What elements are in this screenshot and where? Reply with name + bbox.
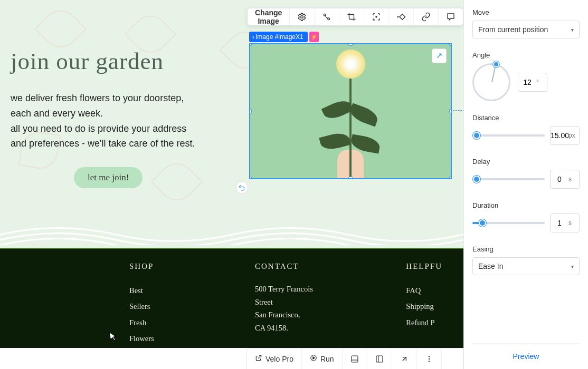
run-label: Run: [320, 355, 334, 363]
selection-label-chip[interactable]: ‹ Image #imageX1: [249, 32, 308, 42]
change-image-button[interactable]: Change Image: [248, 8, 290, 25]
hero-line: and preferences - we'll take care of the…: [11, 138, 195, 149]
selection-label[interactable]: ‹ Image #imageX1 ⚡: [249, 32, 319, 42]
hero-line: each and every week.: [11, 108, 103, 119]
footer-section: SHOP Best Sellers Fresh Flowers Dried Fl…: [0, 248, 463, 348]
duration-label: Duration: [472, 201, 580, 209]
panel-toggle-1-button[interactable]: [343, 348, 367, 369]
selection-bolt-icon[interactable]: ⚡: [309, 32, 319, 42]
delay-slider[interactable]: [472, 178, 545, 180]
delay-input[interactable]: s: [550, 170, 580, 189]
distance-input-field[interactable]: [551, 131, 568, 140]
distance-input[interactable]: px: [550, 126, 580, 145]
resize-handle-nw[interactable]: [249, 43, 252, 46]
duration-input[interactable]: s: [550, 213, 580, 232]
focal-point-icon[interactable]: [364, 8, 389, 25]
footer-col-shop: SHOP Best Sellers Fresh Flowers Dried Fl…: [129, 262, 163, 348]
footer-address-line: CA 94158.: [255, 322, 314, 335]
resize-handle-se[interactable]: [449, 177, 452, 179]
floating-toolbar: Change Image: [247, 8, 463, 26]
resize-handle-n[interactable]: [348, 43, 353, 46]
footer-link[interactable]: Dried Flowers: [129, 347, 163, 348]
footer-link[interactable]: Refund P: [406, 315, 442, 331]
svg-rect-7: [376, 356, 383, 362]
svg-point-0: [301, 16, 304, 18]
angle-input-field[interactable]: [518, 78, 536, 86]
footer-heading-shop: SHOP: [129, 262, 163, 271]
mask-icon[interactable]: [389, 8, 414, 25]
svg-point-9: [428, 358, 429, 359]
footer-link[interactable]: Shipping: [406, 298, 442, 314]
move-select[interactable]: From current position ▾: [472, 21, 580, 38]
resize-handle-e[interactable]: [449, 109, 452, 113]
hero-title: join our garden: [11, 47, 238, 75]
duration-slider[interactable]: [472, 222, 545, 224]
preview-bar: Preview: [472, 343, 580, 369]
more-button[interactable]: [417, 348, 442, 369]
hero-line: all you need to do is provide your addre…: [11, 123, 186, 134]
footer-link[interactable]: Fresh Flowers: [129, 315, 163, 347]
move-label: Move: [472, 8, 580, 16]
resize-handle-sw[interactable]: [249, 177, 252, 179]
svg-point-10: [428, 361, 429, 362]
velo-pro-button[interactable]: Velo Pro: [247, 348, 302, 369]
footer-address-line: 500 Terry Francois Street: [255, 283, 314, 308]
expand-icon[interactable]: [432, 48, 447, 63]
footer-link[interactable]: Best Sellers: [129, 283, 163, 315]
footer-heading-helpful: HELPFU: [406, 262, 442, 271]
hero-section: join our garden we deliver fresh flowers…: [11, 47, 238, 188]
svg-rect-6: [352, 356, 358, 362]
external-link-icon: [255, 354, 262, 364]
chevron-down-icon: ▾: [571, 27, 574, 33]
footer-link[interactable]: FAQ: [406, 283, 442, 298]
wave-divider: [0, 219, 463, 245]
footer-address-line: San Francisco,: [255, 308, 314, 322]
settings-icon[interactable]: [290, 8, 315, 25]
delay-input-field[interactable]: [551, 175, 568, 183]
footer-heading-contact: CONTACT: [255, 262, 314, 271]
animation-icon[interactable]: [315, 8, 339, 25]
resize-handle-s[interactable]: [348, 177, 353, 179]
editor-canvas[interactable]: join our garden we deliver fresh flowers…: [0, 0, 463, 348]
selection-label-caret: ‹: [252, 33, 254, 41]
move-select-value: From current position: [478, 25, 548, 34]
flower-illustration: [319, 50, 382, 179]
crop-icon[interactable]: [339, 8, 364, 25]
distance-label: Distance: [472, 114, 580, 122]
resize-handle-ne[interactable]: [449, 43, 452, 46]
comment-icon[interactable]: [439, 8, 463, 25]
link-icon[interactable]: [414, 8, 439, 25]
bottom-toolbar: Velo Pro Run: [246, 348, 463, 369]
expand-button[interactable]: [392, 348, 417, 369]
undo-button[interactable]: [235, 181, 248, 194]
easing-select[interactable]: Ease In ▾: [472, 257, 580, 275]
footer-col-contact: CONTACT 500 Terry Francois Street San Fr…: [255, 262, 314, 348]
hero-paragraph: we deliver fresh flowers to your doorste…: [11, 91, 238, 151]
distance-slider[interactable]: [472, 134, 545, 137]
angle-unit: °: [536, 79, 542, 86]
delay-label: Delay: [472, 158, 580, 166]
svg-rect-4: [400, 14, 405, 20]
panel-toggle-2-button[interactable]: [367, 348, 392, 369]
preview-button[interactable]: Preview: [513, 352, 539, 361]
duration-input-field[interactable]: [551, 219, 568, 227]
svg-point-2: [328, 18, 330, 20]
angle-dial[interactable]: [472, 63, 510, 101]
delay-unit: s: [568, 176, 574, 183]
selection-label-text: Image #imageX1: [255, 33, 304, 41]
duration-unit: s: [568, 219, 574, 227]
angle-label: Angle: [472, 51, 580, 59]
hero-line: we deliver fresh flowers to your doorste…: [11, 93, 184, 103]
svg-point-8: [428, 356, 429, 357]
run-button[interactable]: Run: [302, 348, 343, 369]
join-button[interactable]: let me join!: [74, 167, 143, 188]
guide-dash: [453, 110, 463, 111]
distance-unit: px: [568, 132, 578, 139]
resize-handle-w[interactable]: [249, 109, 252, 113]
selected-image-element[interactable]: [249, 43, 452, 179]
angle-input[interactable]: °: [518, 73, 547, 92]
velo-pro-label: Velo Pro: [265, 355, 293, 363]
svg-point-1: [324, 14, 326, 16]
chevron-down-icon: ▾: [571, 264, 574, 269]
svg-point-3: [376, 16, 377, 17]
